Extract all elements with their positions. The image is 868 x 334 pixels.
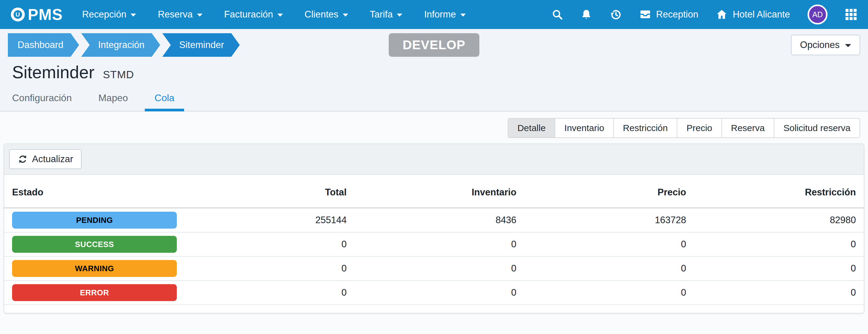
breadcrumb-label: Siteminder	[179, 39, 224, 51]
hotel-label: Hotel Alicante	[733, 9, 790, 20]
cell-inventario: 0	[354, 256, 524, 280]
status-badge-pending: PENDING	[12, 212, 177, 229]
chevron-down-icon	[277, 13, 283, 16]
cell-restriccion: 0	[694, 256, 864, 280]
cell-precio: 163728	[524, 208, 694, 233]
tab-configuracion[interactable]: Configuración	[12, 92, 72, 111]
history-icon[interactable]	[610, 8, 622, 21]
status-badge-error: ERROR	[12, 284, 177, 301]
menu-item-recepcion[interactable]: Recepción	[82, 9, 136, 20]
top-navbar: U PMS Recepción Reserva Facturación Clie…	[0, 0, 868, 29]
table-row-error: ERROR 0 0 0 0	[4, 280, 864, 305]
chevron-down-icon	[130, 13, 136, 16]
breadcrumb-item-siteminder[interactable]: Siteminder	[162, 33, 240, 57]
queue-filter-row: Detalle Inventario Restricción Precio Re…	[0, 118, 868, 138]
main-menu: Recepción Reserva Facturación Clientes T…	[82, 9, 466, 20]
options-button[interactable]: Opciones	[791, 35, 860, 55]
filter-button-restriccion[interactable]: Restricción	[613, 118, 677, 138]
menu-item-label: Tarifa	[370, 9, 393, 20]
navbar-right: Reception Hotel Alicante AD	[552, 4, 857, 25]
table-header-row: Estado Total Inventario Precio Restricci…	[4, 175, 864, 208]
column-header-total: Total	[185, 175, 354, 208]
queue-status-table: Estado Total Inventario Precio Restricci…	[4, 175, 864, 305]
panel-body: Estado Total Inventario Precio Restricci…	[4, 175, 864, 313]
cell-total: 0	[185, 280, 354, 305]
filter-button-solicitud-reserva[interactable]: Solicitud reserva	[774, 118, 860, 138]
column-header-restriccion: Restricción	[694, 175, 864, 208]
cell-restriccion: 82980	[694, 208, 864, 233]
refresh-icon	[18, 154, 28, 164]
workstation-selector[interactable]: Reception	[639, 8, 699, 21]
queue-filter-group: Detalle Inventario Restricción Precio Re…	[508, 118, 860, 138]
logo-ring-icon: U	[11, 7, 25, 22]
avatar-initials: AD	[812, 10, 823, 19]
status-badge-warning: WARNING	[12, 260, 177, 277]
menu-item-reserva[interactable]: Reserva	[158, 9, 202, 20]
cell-precio: 0	[524, 280, 694, 305]
chevron-down-icon	[197, 13, 203, 16]
cell-total: 255144	[185, 208, 354, 233]
table-row-warning: WARNING 0 0 0 0	[4, 256, 864, 280]
options-button-label: Opciones	[800, 39, 840, 51]
page-code: STMD	[103, 69, 134, 80]
cell-total: 0	[185, 232, 354, 256]
cell-inventario: 8436	[354, 208, 524, 233]
cell-total: 0	[185, 256, 354, 280]
status-badge-success: SUCCESS	[12, 236, 177, 253]
filter-button-reserva[interactable]: Reserva	[721, 118, 775, 138]
chevron-down-icon	[845, 44, 851, 47]
cell-inventario: 0	[354, 232, 524, 256]
hotel-selector[interactable]: Hotel Alicante	[716, 8, 790, 21]
filter-button-precio[interactable]: Precio	[677, 118, 722, 138]
tab-cola[interactable]: Cola	[154, 92, 175, 111]
cell-restriccion: 0	[694, 232, 864, 256]
breadcrumb-item-integracion[interactable]: Integración	[81, 33, 160, 57]
search-icon[interactable]	[552, 9, 563, 20]
filter-button-inventario[interactable]: Inventario	[555, 118, 614, 138]
tabs: Configuración Mapeo Cola	[0, 82, 868, 111]
page-title: Siteminder	[12, 62, 94, 82]
cell-precio: 0	[524, 232, 694, 256]
page-header: Dashboard Integración Siteminder DEVELOP…	[0, 29, 868, 111]
cell-inventario: 0	[354, 280, 524, 305]
refresh-button[interactable]: Actualizar	[9, 149, 82, 169]
tab-mapeo[interactable]: Mapeo	[98, 92, 128, 111]
breadcrumb-item-dashboard[interactable]: Dashboard	[8, 33, 79, 57]
cell-precio: 0	[524, 256, 694, 280]
menu-item-label: Recepción	[82, 9, 126, 20]
chevron-down-icon	[343, 13, 348, 16]
menu-item-facturacion[interactable]: Facturación	[224, 9, 283, 20]
menu-item-label: Reserva	[158, 9, 192, 20]
environment-badge: DEVELOP	[389, 33, 479, 57]
menu-item-label: Facturación	[224, 9, 273, 20]
home-icon	[716, 8, 728, 21]
cell-restriccion: 0	[694, 280, 864, 305]
breadcrumb-label: Integración	[98, 39, 145, 51]
app-logo[interactable]: U PMS	[11, 5, 63, 24]
logo-text: PMS	[28, 5, 63, 24]
menu-item-tarifa[interactable]: Tarifa	[370, 9, 403, 20]
table-row-pending: PENDING 255144 8436 163728 82980	[4, 208, 864, 233]
refresh-button-label: Actualizar	[32, 154, 73, 165]
workstation-label: Reception	[656, 9, 699, 20]
table-row-success: SUCCESS 0 0 0 0	[4, 232, 864, 256]
breadcrumb-label: Dashboard	[18, 39, 63, 51]
column-header-precio: Precio	[524, 175, 694, 208]
column-header-inventario: Inventario	[354, 175, 524, 208]
menu-item-clientes[interactable]: Clientes	[305, 9, 348, 20]
main-content: Detalle Inventario Restricción Precio Re…	[0, 111, 868, 313]
menu-item-informe[interactable]: Informe	[424, 9, 465, 20]
user-avatar[interactable]: AD	[808, 4, 828, 25]
menu-item-label: Informe	[424, 9, 456, 20]
apps-grid-icon[interactable]	[845, 8, 857, 21]
column-header-estado: Estado	[4, 175, 185, 208]
notifications-bell-icon[interactable]	[581, 9, 592, 20]
menu-item-label: Clientes	[305, 9, 339, 20]
filter-button-detalle[interactable]: Detalle	[508, 118, 555, 138]
title-row: Siteminder STMD	[0, 57, 868, 82]
panel-toolbar: Actualizar	[4, 144, 864, 175]
queue-detail-panel: Actualizar Estado Total Inventario Preci…	[4, 143, 864, 313]
inbox-tray-icon	[639, 8, 651, 21]
chevron-down-icon	[397, 13, 402, 16]
chevron-down-icon	[460, 13, 466, 16]
